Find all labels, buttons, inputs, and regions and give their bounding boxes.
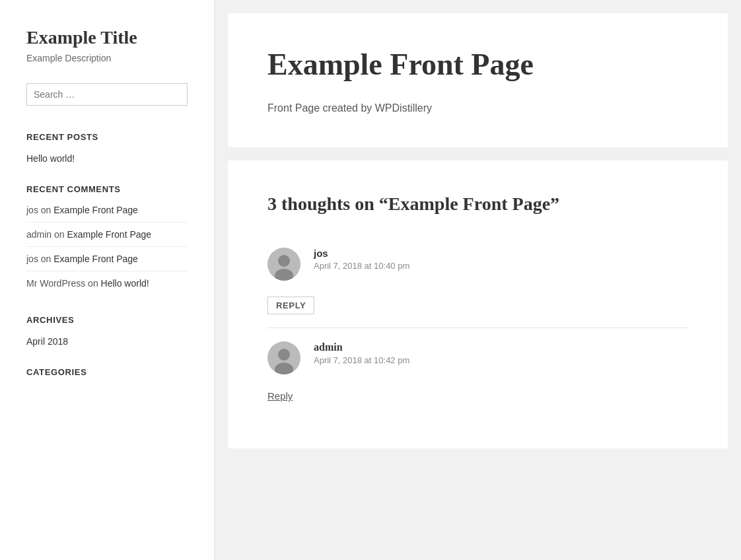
- comment: jos April 7, 2018 at 10:40 pm REPLY: [267, 234, 688, 328]
- comment-author[interactable]: admin: [314, 341, 409, 353]
- comment-preposition: on: [41, 205, 53, 215]
- site-description: Example Description: [26, 53, 188, 63]
- list-item: Hello world!: [26, 153, 188, 164]
- comment-date: April 7, 2018 at 10:42 pm: [314, 355, 409, 365]
- comment-author-text: jos: [26, 205, 38, 215]
- comment-header: jos April 7, 2018 at 10:40 pm: [267, 248, 688, 281]
- comment-preposition: on: [41, 254, 53, 264]
- comment-post-link[interactable]: Hello world!: [101, 278, 149, 289]
- comment-author: jos: [314, 248, 409, 259]
- comment-post-link[interactable]: Example Front Page: [53, 254, 138, 264]
- recent-posts-heading: Recent Posts: [26, 132, 188, 142]
- list-item: admin on Example Front Page: [26, 229, 188, 247]
- list-item: jos on Example Front Page: [26, 205, 188, 223]
- reply-button[interactable]: REPLY: [267, 297, 314, 314]
- recent-comments-list: jos on Example Front Page admin on Examp…: [26, 205, 188, 295]
- comment-meta: jos April 7, 2018 at 10:40 pm: [314, 248, 409, 271]
- search-input[interactable]: [26, 83, 188, 106]
- front-page-card: Example Front Page Front Page created by…: [228, 13, 728, 147]
- svg-point-4: [278, 349, 290, 361]
- sidebar: Example Title Example Description Recent…: [0, 0, 215, 560]
- comments-list: jos April 7, 2018 at 10:40 pm REPLY: [267, 234, 688, 415]
- comments-heading: 3 thoughts on “Example Front Page”: [267, 193, 688, 215]
- comment-preposition: on: [88, 278, 100, 289]
- comment-date: April 7, 2018 at 10:40 pm: [314, 261, 409, 271]
- archives-heading: Archives: [26, 315, 188, 325]
- recent-posts-section: Recent Posts Hello world!: [26, 132, 188, 164]
- comment-author-text: Mr WordPress: [26, 278, 85, 289]
- svg-point-1: [278, 255, 290, 267]
- comments-section: 3 thoughts on “Example Front Page” jos A…: [228, 160, 728, 448]
- avatar: [267, 248, 300, 281]
- archives-section: Archives April 2018: [26, 315, 188, 347]
- site-header: Example Title Example Description: [26, 26, 188, 63]
- categories-heading: Categories: [26, 367, 188, 377]
- archives-list: April 2018: [26, 335, 188, 347]
- comment-post-link[interactable]: Example Front Page: [67, 229, 152, 240]
- recent-post-link[interactable]: Hello world!: [26, 153, 75, 164]
- reply-link[interactable]: Reply: [267, 390, 293, 402]
- recent-comments-section: Recent Comments jos on Example Front Pag…: [26, 184, 188, 295]
- comment-meta: admin April 7, 2018 at 10:42 pm: [314, 341, 409, 365]
- recent-comments-heading: Recent Comments: [26, 184, 188, 194]
- avatar: [267, 341, 300, 374]
- archive-link[interactable]: April 2018: [26, 336, 68, 347]
- list-item: Mr WordPress on Hello world!: [26, 278, 188, 295]
- recent-posts-list: Hello world!: [26, 153, 188, 164]
- site-title: Example Title: [26, 26, 188, 49]
- comment: admin April 7, 2018 at 10:42 pm Reply: [267, 328, 688, 415]
- list-item: April 2018: [26, 335, 188, 347]
- comment-author-text: jos: [26, 254, 38, 264]
- comment-preposition: on: [54, 229, 67, 240]
- list-item: jos on Example Front Page: [26, 254, 188, 271]
- comment-post-link[interactable]: Example Front Page: [53, 205, 138, 215]
- main-content: Example Front Page Front Page created by…: [215, 0, 741, 560]
- comment-header: admin April 7, 2018 at 10:42 pm: [267, 341, 688, 374]
- comment-author-text: admin: [26, 229, 52, 240]
- categories-section: Categories: [26, 367, 188, 377]
- search-box: [26, 83, 188, 106]
- page-description: Front Page created by WPDistillery: [267, 102, 688, 114]
- page-title: Example Front Page: [267, 46, 688, 83]
